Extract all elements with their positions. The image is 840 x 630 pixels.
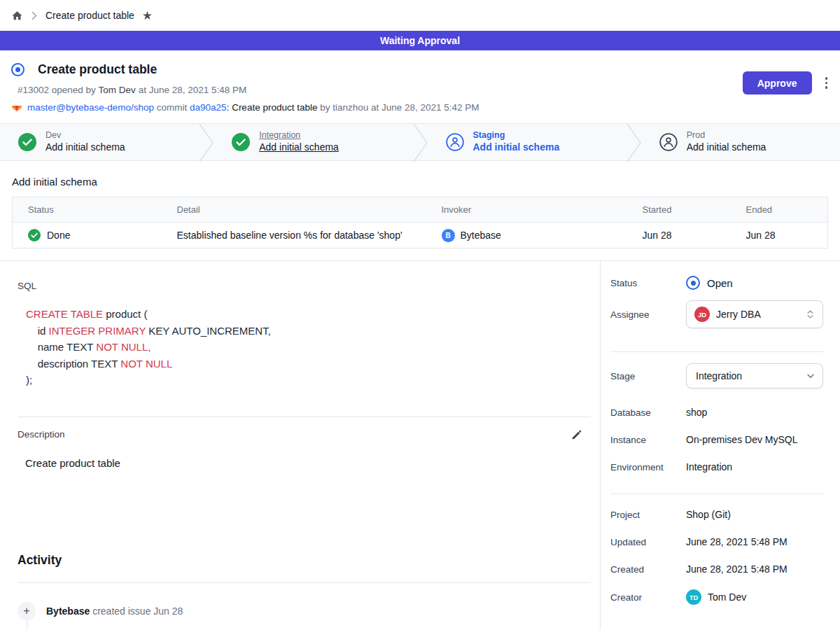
task-section: Add initial schema Status Detail Invoker… bbox=[0, 176, 840, 248]
environment-value: Integration bbox=[686, 461, 732, 472]
favorite-star-icon[interactable]: ★ bbox=[142, 10, 153, 22]
stage-env-label: Integration bbox=[259, 130, 339, 141]
sql-label: SQL bbox=[18, 281, 591, 291]
creator-name: Tom Dev bbox=[708, 592, 746, 603]
activity-heading: Activity bbox=[18, 553, 591, 568]
more-actions-icon[interactable] bbox=[824, 76, 830, 90]
col-status: Status bbox=[13, 197, 177, 223]
vcs-branch-link[interactable]: master@bytebase-demo/shop bbox=[27, 102, 154, 113]
vcs-commit-title: : Create product table bbox=[227, 102, 318, 113]
stage-task-label: Add initial schema bbox=[687, 141, 766, 155]
environment-label: Environment bbox=[610, 462, 686, 472]
edit-pencil-icon[interactable] bbox=[571, 429, 582, 440]
stage-task-label: Add initial schema bbox=[46, 141, 125, 155]
description-content[interactable]: Create product table bbox=[25, 457, 591, 469]
check-circle-icon bbox=[232, 133, 250, 151]
vcs-commit-link[interactable]: da90a25 bbox=[190, 102, 227, 113]
stage-env-label: Prod bbox=[687, 130, 766, 141]
created-label: Created bbox=[610, 564, 686, 575]
sql-code: CREATE TABLE product ( id INTEGER PRIMAR… bbox=[26, 306, 591, 388]
status-banner-text: Waiting Approval bbox=[380, 35, 460, 46]
issue-author: Tom Dev bbox=[99, 85, 136, 95]
home-icon[interactable] bbox=[11, 10, 23, 22]
assignee-name: Jerry DBA bbox=[716, 309, 799, 320]
issue-title: Create product table bbox=[38, 62, 157, 77]
instance-label: Instance bbox=[610, 435, 686, 445]
breadcrumb: Create product table ★ bbox=[0, 0, 840, 31]
table-row[interactable]: Done Established baseline version %s for… bbox=[13, 223, 828, 248]
breadcrumb-chevron-icon bbox=[31, 11, 37, 20]
description-label: Description bbox=[18, 429, 65, 440]
issue-open-icon bbox=[686, 276, 700, 290]
assignee-select[interactable]: JD Jerry DBA bbox=[686, 300, 823, 328]
updated-value: June 28, 2021 5:48 PM bbox=[686, 536, 788, 547]
col-ended: Ended bbox=[746, 197, 828, 223]
instance-value: On-premises Dev MySQL bbox=[686, 434, 797, 445]
timeline-line bbox=[27, 620, 27, 630]
task-table: Status Detail Invoker Started Ended Done… bbox=[12, 197, 828, 248]
vcs-suffix: by tianzhou at June 28, 2021 5:42 PM bbox=[317, 102, 479, 113]
stage-env-label: Staging bbox=[473, 130, 560, 141]
status-value: Open bbox=[707, 277, 733, 289]
creator-avatar: TD bbox=[686, 589, 701, 605]
vcs-commit-word: commit bbox=[154, 102, 190, 113]
stage-separator-icon bbox=[626, 124, 641, 160]
issue-header: Create product table #13002 opened by To… bbox=[0, 50, 840, 123]
task-invoker: Bytebase bbox=[461, 230, 501, 241]
created-value: June 28, 2021 5:48 PM bbox=[686, 564, 788, 575]
task-detail: Established baseline version %s for data… bbox=[177, 223, 442, 248]
issue-meta-suffix: at June 28, 2021 5:48 PM bbox=[136, 85, 246, 95]
divider bbox=[18, 582, 591, 583]
issue-meta: #13002 opened by Tom Dev at June 28, 202… bbox=[18, 85, 829, 95]
issue-open-icon bbox=[11, 63, 24, 76]
left-column: SQL CREATE TABLE product ( id INTEGER PR… bbox=[0, 261, 601, 630]
pipeline: Dev Add initial schema Integration Add i… bbox=[0, 123, 840, 161]
col-started: Started bbox=[643, 197, 746, 223]
status-banner: Waiting Approval bbox=[0, 31, 840, 50]
issue-meta-prefix: #13002 opened by bbox=[18, 85, 99, 95]
pipeline-stage-staging[interactable]: Staging Add initial schema bbox=[428, 124, 626, 160]
task-ended: Jun 28 bbox=[746, 223, 828, 248]
task-status: Done bbox=[47, 230, 70, 241]
plus-icon: + bbox=[18, 602, 36, 620]
stage-separator-icon bbox=[199, 124, 214, 160]
invoker-avatar: B bbox=[442, 229, 455, 242]
divider bbox=[610, 351, 823, 352]
person-circle-icon bbox=[659, 133, 678, 151]
approve-button[interactable]: Approve bbox=[743, 71, 812, 94]
project-value[interactable]: Shop (Git) bbox=[686, 509, 731, 520]
issue-sidebar: Status Open Assignee JD Jerry DBA Stage … bbox=[601, 261, 840, 630]
task-section-heading: Add initial schema bbox=[12, 176, 828, 188]
activity-actor: Bytebase bbox=[46, 606, 90, 617]
stage-separator-icon bbox=[413, 124, 428, 160]
gitlab-icon bbox=[11, 102, 22, 113]
stage-select[interactable]: Integration bbox=[686, 363, 823, 388]
task-started: Jun 28 bbox=[643, 223, 746, 248]
col-detail: Detail bbox=[177, 197, 442, 223]
chevron-down-icon bbox=[806, 371, 816, 381]
stage-env-label: Dev bbox=[46, 130, 125, 141]
pipeline-stage-integration[interactable]: Integration Add initial schema bbox=[214, 124, 412, 160]
selector-icon bbox=[805, 309, 816, 320]
pipeline-stage-prod[interactable]: Prod Add initial schema bbox=[641, 124, 840, 160]
status-label: Status bbox=[610, 278, 686, 288]
project-label: Project bbox=[610, 510, 686, 520]
creator-label: Creator bbox=[610, 592, 686, 603]
stage-task-label: Add initial schema bbox=[259, 141, 339, 155]
stage-label: Stage bbox=[610, 371, 686, 382]
pipeline-stage-dev[interactable]: Dev Add initial schema bbox=[0, 124, 199, 160]
assignee-label: Assignee bbox=[610, 309, 686, 320]
stage-task-label: Add initial schema bbox=[473, 141, 560, 155]
stage-value: Integration bbox=[696, 370, 799, 382]
check-circle-icon bbox=[28, 229, 41, 241]
col-invoker: Invoker bbox=[442, 197, 643, 223]
database-value: shop bbox=[686, 407, 707, 418]
vcs-line: master@bytebase-demo/shop commit da90a25… bbox=[11, 102, 829, 113]
assignee-avatar: JD bbox=[694, 307, 710, 322]
activity-action: created issue bbox=[90, 606, 153, 617]
activity-item: + Bytebase created issue Jun 28 bbox=[18, 602, 591, 620]
updated-label: Updated bbox=[610, 537, 686, 547]
activity-date: Jun 28 bbox=[153, 606, 183, 617]
breadcrumb-page-title[interactable]: Create product table bbox=[46, 10, 134, 21]
person-circle-icon bbox=[446, 133, 464, 151]
